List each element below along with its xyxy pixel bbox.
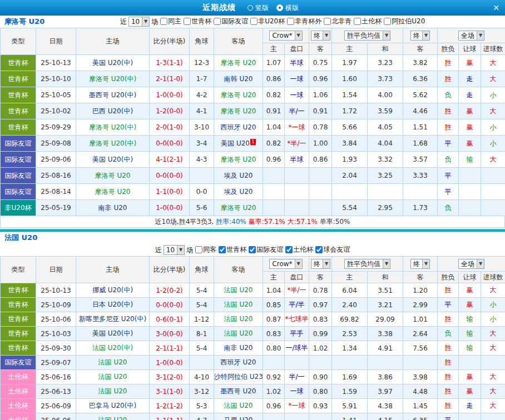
cell-1x2-home: 1.60: [332, 71, 368, 87]
filter-item[interactable]: 阿拉伯U20: [382, 17, 425, 26]
cell-result: 平: [438, 136, 459, 152]
cell-odds-away: 1.02: [309, 341, 332, 356]
cell-handicap-result: 输: [459, 341, 481, 356]
filter-item[interactable]: 土伦杯: [351, 17, 382, 26]
cell-home-team: 摩洛哥 U20(中): [76, 136, 150, 152]
europe-avg-select[interactable]: 胜平负均值▼: [344, 259, 390, 269]
column-header-odds-away: 客: [309, 43, 332, 55]
filter-checkbox[interactable]: [384, 18, 391, 25]
cell-odds-handicap: [285, 168, 309, 184]
match-count-select[interactable]: 10▼: [128, 17, 150, 27]
europe-final-select[interactable]: 终▼: [410, 259, 430, 269]
cell-odds-handicap: [285, 200, 309, 216]
cell-handicap-result: 输: [459, 327, 481, 341]
cell-odds-home: [263, 413, 285, 420]
match-row: 土伦杯25-06-06法国 U201-1(1-1)4-7马里 U201.414.…: [1, 413, 505, 420]
filter-item[interactable]: 非U20杯: [248, 17, 285, 26]
filter-label: 同主: [168, 17, 181, 26]
cell-date: 25-06-09: [36, 399, 76, 413]
cell-result: 胜: [438, 341, 459, 356]
filter-checkbox[interactable]: [195, 246, 202, 253]
scope-select[interactable]: 全场▼: [458, 31, 484, 41]
cell-result: 负: [438, 87, 459, 103]
cell-1x2-away: 1.68: [403, 136, 438, 152]
cell-score: 0-0(0-0): [150, 168, 190, 184]
cell-home-team: 新喀里多尼亚 U20(中): [76, 312, 150, 327]
cell-odds-handicap: 一球: [285, 71, 309, 87]
filter-checkbox[interactable]: [160, 18, 167, 25]
chevron-down-icon: ▼: [295, 31, 302, 40]
results-table-morocco: 类型 日期 主场 比分(半场) 角球 客场 Crow*▼ 终▼ 胜平负均值▼ 终…: [0, 28, 505, 216]
cell-result: 平: [438, 413, 459, 420]
filter-label: 世青杯: [226, 245, 246, 254]
filter-item[interactable]: 土伦杯: [283, 245, 313, 254]
filter-checkbox[interactable]: [219, 246, 226, 253]
filter-item[interactable]: 同客: [193, 245, 216, 254]
cell-handicap-result: [459, 168, 481, 184]
cell-score: 0-0(0-0): [150, 136, 190, 152]
cell-odds-home: 0.83: [263, 327, 285, 341]
filter-item[interactable]: 同主: [158, 17, 181, 26]
cell-score: 0-6(0-1): [150, 312, 190, 327]
filter-item[interactable]: 国际友谊: [211, 17, 248, 26]
cell-result: 平: [438, 184, 459, 200]
cell-1x2-draw: 2.95: [368, 200, 403, 216]
filter-item[interactable]: 世青杯: [181, 17, 211, 26]
europe-final-select[interactable]: 终▼: [410, 31, 430, 41]
match-row: 世青杯25-10-06新喀里多尼亚 U20(中)0-6(0-1)1-12法国 U…: [1, 312, 505, 327]
odds-final-select[interactable]: 终▼: [311, 31, 330, 41]
europe-avg-select[interactable]: 胜平负均值▼: [344, 31, 390, 41]
filter-item[interactable]: 非青杯外: [285, 17, 321, 26]
scope-select[interactable]: 全场▼: [458, 259, 484, 269]
filter-label: 非U20杯: [258, 17, 285, 26]
europe-avg-header: 胜平负均值▼: [332, 28, 403, 43]
close-icon[interactable]: ✕: [493, 3, 499, 13]
filter-checkbox[interactable]: [287, 18, 294, 25]
match-count-select[interactable]: 10▼: [164, 245, 185, 255]
odds-final-select[interactable]: 终▼: [311, 259, 330, 269]
cell-odds-handicap: 半球: [285, 55, 309, 71]
cell-1x2-home: 1.59: [332, 384, 368, 399]
cell-1x2-away: 5.62: [403, 87, 438, 103]
cell-result: 胜: [438, 399, 459, 413]
cell-away-team: 摩洛哥 U20: [214, 103, 263, 119]
filter-checkbox[interactable]: [214, 18, 221, 25]
filter-checkbox[interactable]: [324, 18, 331, 25]
cell-1x2-home: [332, 184, 368, 200]
filter-checkbox[interactable]: [250, 18, 258, 25]
cell-odds-away: 1.06: [309, 87, 332, 103]
summary-segment: 近10场,胜4平3负3,: [155, 218, 216, 226]
team-title: 摩洛哥 U20: [4, 17, 44, 27]
cell-1x2-draw: 4.00: [368, 87, 403, 103]
layout-radio-horizontal[interactable]: 横版: [276, 3, 299, 13]
filter-item[interactable]: 世青杯: [216, 245, 246, 254]
filter-checkbox[interactable]: [184, 18, 191, 25]
cell-goals-result: 大: [481, 55, 505, 71]
cell-score: 2-0(1-0): [150, 119, 190, 136]
cell-date: 25-09-07: [36, 356, 76, 370]
layout-radio-vertical[interactable]: 竖版: [247, 3, 269, 13]
cell-date: 25-09-06: [36, 152, 76, 168]
cell-corners: 8-1: [190, 327, 214, 341]
column-header-home: 主场: [76, 257, 150, 283]
cell-odds-handicap: *一球: [285, 399, 309, 413]
cell-competition: 世青杯: [1, 312, 36, 327]
filter-checkbox[interactable]: [315, 246, 323, 253]
column-header-home: 主场: [76, 28, 150, 55]
cell-date: 25-06-13: [36, 384, 76, 399]
cell-1x2-draw: 4.91: [368, 341, 403, 356]
cell-away-team: 法国 U20: [214, 312, 263, 327]
filter-item[interactable]: 北非青: [321, 17, 351, 26]
filter-checkbox[interactable]: [285, 246, 293, 253]
cell-1x2-home: 2.40: [332, 298, 368, 312]
odds-company-select[interactable]: Crow*▼: [269, 31, 302, 41]
filter-item[interactable]: 国际友谊: [246, 245, 283, 254]
odds-company-select[interactable]: Crow*▼: [269, 259, 302, 269]
filter-checkbox[interactable]: [249, 246, 256, 253]
filter-checkbox[interactable]: [354, 18, 361, 25]
cell-1x2-draw: 3.32: [368, 152, 403, 168]
match-row: 土伦杯25-06-16法国 U203-1(2-0)4-10沙特阿拉伯 U230.…: [1, 370, 505, 384]
cell-date: 25-10-03: [36, 327, 76, 341]
filter-item[interactable]: 球会友谊: [313, 245, 350, 254]
cell-home-team: 巴西 U20(中): [76, 103, 150, 119]
